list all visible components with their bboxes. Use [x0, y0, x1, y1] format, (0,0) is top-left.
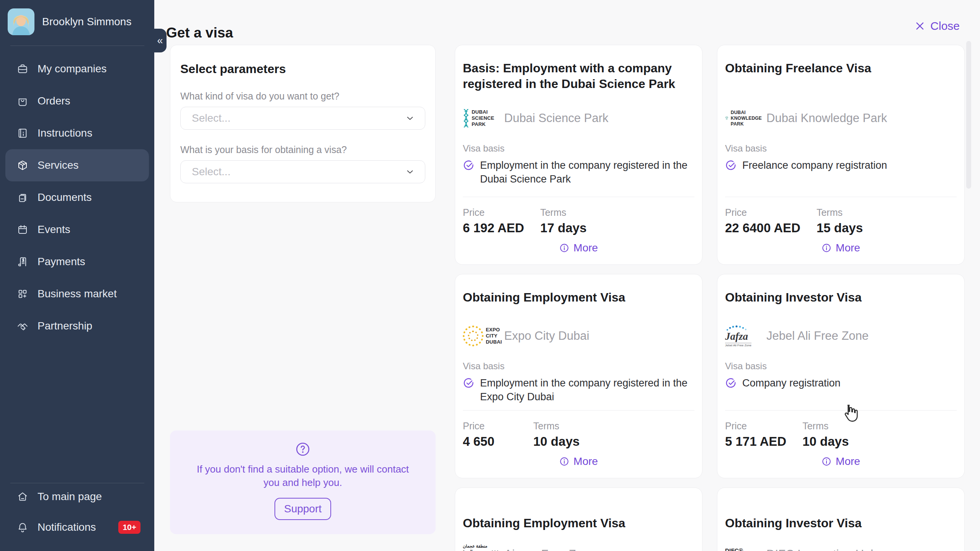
avatar[interactable]: [8, 8, 34, 35]
terms-value: 17 days: [540, 221, 586, 235]
visa-card-dubai-knowledge-park[interactable]: Obtaining Freelance Visa DUBAI KNOWLEDGE…: [717, 45, 965, 265]
collapse-chevrons-icon: «: [157, 35, 163, 47]
terms-value: 10 days: [533, 434, 580, 449]
check-circle-icon: [463, 160, 474, 171]
sidebar-item-documents[interactable]: Documents: [5, 181, 149, 214]
sidebar-item-label: Payments: [38, 256, 85, 268]
visa-basis-text: Company registration: [742, 377, 841, 390]
sidebar-item-business-market[interactable]: Business market: [5, 278, 149, 310]
visa-card-expo-city-dubai[interactable]: Obtaining Employment Visa EXPO CITY DUBA…: [455, 274, 702, 478]
company-row: منطقة عجمان الحرة Ajman Free Zone Ajman …: [463, 540, 694, 551]
terms-label: Terms: [533, 421, 580, 432]
visa-basis-text: Employment in the company registered in …: [480, 377, 694, 404]
documents-icon: [17, 192, 28, 203]
sidebar-item-partnership[interactable]: Partnership: [5, 310, 149, 342]
sidebar-item-label: Documents: [38, 191, 92, 204]
terms-label: Terms: [540, 207, 586, 218]
sidebar-item-to-main-page[interactable]: To main page: [5, 481, 149, 512]
calendar-icon: [17, 224, 28, 235]
logo-text-line: SCIENCE: [472, 115, 494, 121]
company-name: Dubai Science Park: [504, 111, 608, 125]
more-button[interactable]: More: [819, 241, 862, 254]
visa-card-title: Obtaining Employment Visa: [463, 290, 694, 314]
logo-text-line: DIFC®: [725, 547, 761, 551]
sidebar-item-orders[interactable]: Orders: [5, 85, 149, 117]
visa-kind-select[interactable]: Select...: [180, 107, 425, 130]
notifications-badge: 10+: [118, 521, 140, 534]
instructions-icon: [17, 127, 28, 139]
sidebar-item-services[interactable]: Services: [5, 149, 149, 181]
sidebar-item-label: Orders: [38, 95, 70, 107]
more-label: More: [836, 455, 860, 468]
visa-card-jebel-ali-free-zone[interactable]: Obtaining Investor Visa Jafza Jebel Ali …: [717, 274, 965, 478]
visa-basis-text: Freelance company registration: [742, 159, 887, 173]
more-label: More: [573, 455, 598, 468]
company-name: Dubai Knowledge Park: [766, 111, 887, 125]
visa-basis-select[interactable]: Select...: [180, 160, 425, 183]
services-box-icon: [17, 160, 28, 171]
company-name: Jebel Ali Free Zone: [766, 329, 869, 343]
visa-card-title: Obtaining Investor Visa: [725, 290, 957, 314]
price-value: 5 171 AED: [725, 434, 786, 449]
more-button[interactable]: More: [819, 455, 862, 468]
briefcase-icon: [17, 63, 28, 75]
visa-card-difc-innovation-hub[interactable]: Obtaining Investor Visa DIFC® Innovation…: [717, 487, 965, 551]
grid-plus-icon: [17, 288, 28, 300]
company-row: EXPO CITY DUBAI Expo City Dubai: [463, 322, 694, 350]
sidebar-collapse-button[interactable]: «: [154, 29, 167, 52]
company-name: Expo City Dubai: [504, 329, 589, 343]
logo-text-line: CITY: [486, 333, 502, 339]
sidebar-item-my-companies[interactable]: My companies: [5, 53, 149, 85]
visa-basis-row: Freelance company registration: [725, 159, 957, 173]
sunburst-icon: [463, 326, 483, 346]
sidebar-item-label: Partnership: [38, 320, 92, 332]
handshake-icon: [17, 320, 28, 332]
price-label: Price: [463, 421, 517, 432]
company-row: Jafza Jebel Ali Free Zone Jebel Ali Free…: [725, 322, 957, 350]
knot-icon: [725, 113, 728, 123]
company-name: DIFC Innovation Hub: [766, 548, 877, 551]
logo-text-line: DUBAI: [472, 109, 494, 115]
visa-card-title: Basis: Employment with a company registe…: [463, 60, 694, 96]
more-button[interactable]: More: [557, 241, 600, 254]
visa-card-ajman-free-zone[interactable]: Obtaining Employment Visa منطقة عجمان ال…: [455, 487, 702, 551]
question-circle-icon: [295, 441, 311, 457]
sidebar-item-instructions[interactable]: Instructions: [5, 117, 149, 149]
sidebar-item-notifications[interactable]: Notifications 10+: [5, 512, 149, 543]
visa-card-dubai-science-park[interactable]: Basis: Employment with a company registe…: [455, 45, 702, 265]
company-row: DIFC® Innovation Hub DIFC Innovation Hub: [725, 540, 957, 551]
select-placeholder: Select...: [192, 112, 230, 124]
card-footer: Price 5 171 AED Terms 10 days More: [725, 410, 957, 468]
check-circle-icon: [463, 377, 474, 389]
visa-card-title: Obtaining Investor Visa: [725, 515, 957, 531]
card-divider: [463, 410, 694, 411]
sidebar-item-label: My companies: [38, 63, 107, 75]
visa-basis-row: Employment in the company registered in …: [463, 377, 694, 404]
sidebar-item-payments[interactable]: Payments: [5, 246, 149, 278]
support-message: If you don't find a suitable option, we …: [188, 463, 418, 489]
price-label: Price: [725, 207, 800, 218]
visa-basis-label: Visa basis: [725, 361, 957, 372]
info-icon: [822, 456, 831, 466]
scrollbar-thumb[interactable]: [966, 41, 971, 189]
panel-title: Select parameters: [180, 62, 425, 76]
difc-innovation-hub-logo: DIFC® Innovation Hub: [725, 547, 762, 551]
visa-basis-label: Visa basis: [463, 361, 694, 372]
logo-text-line: DUBAI: [486, 339, 502, 345]
visa-card-title: Obtaining Employment Visa: [463, 515, 694, 531]
close-button[interactable]: Close: [912, 19, 962, 33]
visa-basis-question-label: What is your basis for obtaining a visa?: [180, 144, 425, 155]
support-box: If you don't find a suitable option, we …: [170, 430, 436, 534]
terms-label: Terms: [802, 421, 849, 432]
home-icon: [17, 491, 28, 502]
support-button[interactable]: Support: [274, 498, 331, 520]
sidebar-nav: My companies Orders Instructions: [5, 53, 149, 342]
terms-value: 10 days: [802, 434, 849, 449]
more-button[interactable]: More: [557, 455, 600, 468]
visa-basis-row: Employment in the company registered in …: [463, 159, 694, 186]
price-value: 6 192 AED: [463, 221, 524, 235]
sidebar-item-events[interactable]: Events: [5, 214, 149, 246]
logo-text-line: PARK: [472, 121, 494, 127]
card-divider: [725, 197, 957, 197]
visa-basis-row: Company registration: [725, 377, 957, 390]
